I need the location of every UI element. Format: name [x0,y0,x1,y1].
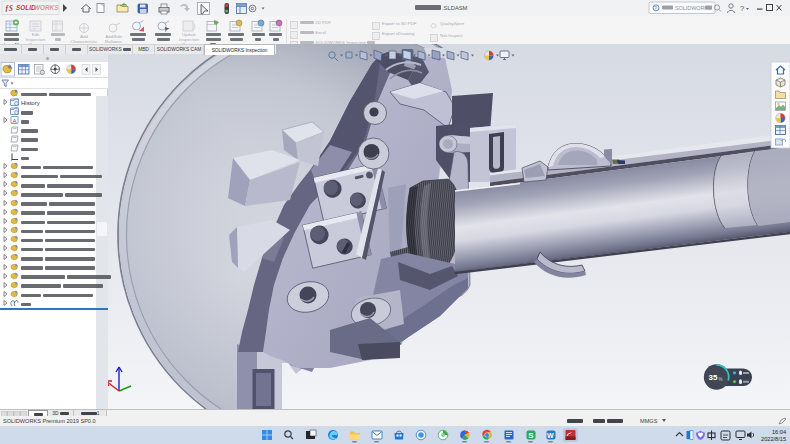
svg-text:.SLDASM: .SLDASM [442,5,468,11]
svg-text:?: ? [654,5,657,11]
svg-text:16:04: 16:04 [772,429,786,435]
svg-text:S: S [528,431,534,440]
svg-text:W: W [547,432,554,439]
svg-text:35: 35 [709,373,718,382]
svg-text:?: ? [740,4,744,13]
svg-text:WORKS: WORKS [34,4,59,11]
svg-text:A: A [13,118,17,124]
svg-text:ƒS: ƒS [5,4,13,13]
svg-text:2022/8/15: 2022/8/15 [761,436,786,442]
svg-text:%: % [719,377,723,382]
svg-text:SOLID: SOLID [16,4,36,11]
